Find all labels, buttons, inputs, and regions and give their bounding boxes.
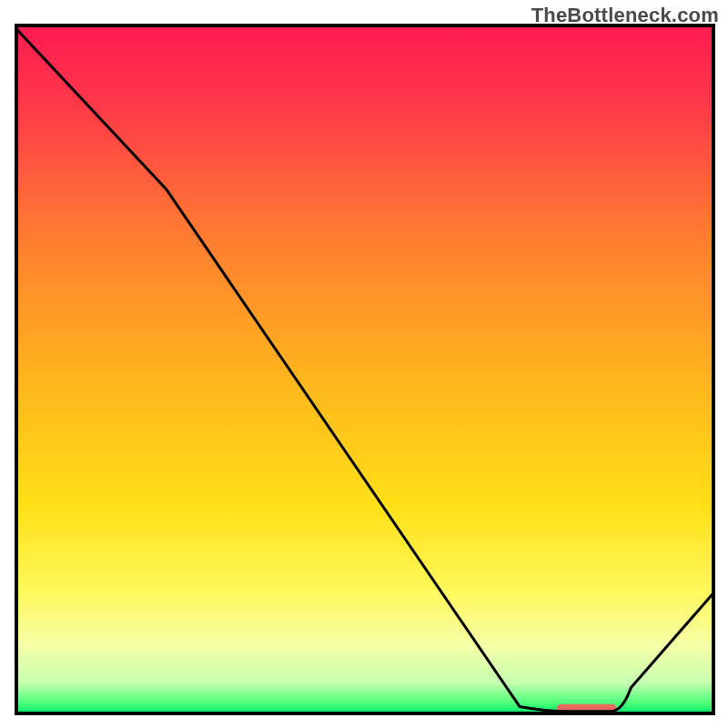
- gradient-background: [16, 25, 713, 713]
- bottleneck-plot: [0, 0, 728, 728]
- chart-container: TheBottleneck.com: [0, 0, 728, 728]
- watermark-text: TheBottleneck.com: [531, 4, 719, 27]
